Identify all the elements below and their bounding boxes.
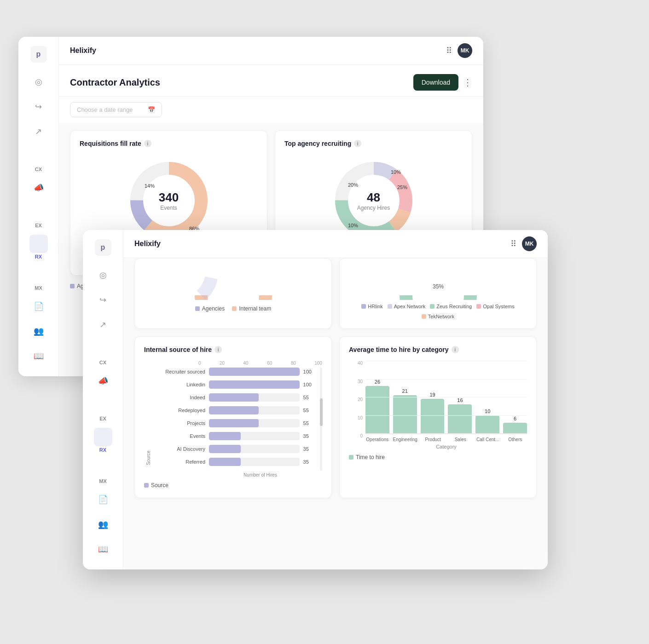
front-agency-bottom-svg: 35% — [392, 263, 484, 300]
sidebar-front-cx[interactable]: CX — [83, 339, 123, 367]
bv-bar-prod — [421, 399, 445, 434]
agency-info-icon[interactable]: i — [354, 140, 361, 147]
y-tick-10: 10 — [349, 415, 363, 420]
source-y-label: Source — [144, 373, 151, 465]
date-range-input-back[interactable]: Choose a date range 📅 — [70, 102, 162, 117]
sidebar-front-analytics[interactable]: ◎ — [83, 264, 123, 286]
bar-label-projects: Projects — [155, 420, 205, 426]
topbar-right-back: ⠿ MK — [446, 43, 472, 58]
agency-center: 48 Agency Hires — [357, 190, 390, 211]
source-info-icon[interactable]: i — [214, 346, 222, 353]
source-scrollbar-thumb[interactable] — [320, 398, 323, 426]
front-internal-dot — [232, 306, 237, 311]
f-book-icon: 📖 — [94, 540, 112, 558]
pct-20: 20% — [348, 182, 358, 188]
main-area-front: Helixify ⠿ MK — [123, 230, 548, 569]
cx-label: cx — [35, 167, 42, 172]
cat-others: Others — [504, 437, 527, 442]
avatar-front[interactable]: MK — [522, 236, 537, 251]
f-rx-icon — [94, 428, 112, 446]
cat-operations: Operations — [365, 437, 389, 442]
avg-time-legend-dot — [349, 455, 353, 460]
front-top-charts: Agencies Internal team 35% — [123, 258, 548, 329]
source-y-label-wrap: Source — [144, 368, 151, 471]
source-chart-wrapper: Source Recruiter sourced 100 — [144, 368, 322, 471]
avg-time-legend: Time to hire — [349, 454, 527, 460]
back-agencies-dot — [70, 284, 75, 288]
sidebar-item-ex[interactable]: EX — [18, 201, 58, 230]
sidebar-front-megaphone[interactable]: 📣 — [83, 370, 123, 392]
calendar-icon-back: 📅 — [148, 106, 155, 113]
fill-rate-info-icon[interactable]: i — [144, 140, 151, 147]
avg-cat-labels: Operations Engineering Product Sales Cal… — [365, 437, 527, 442]
analytics-icon: ◎ — [29, 73, 48, 91]
sidebar-front-book[interactable]: 📖 — [83, 538, 123, 560]
bar-fill-recruiter — [209, 368, 300, 376]
megaphone-icon: 📣 — [29, 178, 48, 197]
front-bottom-charts: Internal source of hire i 0 20 40 60 80 … — [123, 329, 548, 506]
agency-sub: Agency Hires — [357, 205, 390, 211]
rx-icon — [29, 235, 48, 253]
front-agency-bottom: 35% — [349, 263, 527, 300]
sidebar-item-analytics[interactable]: ◎ — [18, 71, 58, 93]
sidebar-item-megaphone[interactable]: 📣 — [18, 177, 58, 199]
y-tick-0: 0 — [349, 433, 363, 438]
fill-rate-title-back: Requisitions fill rate i — [80, 140, 258, 147]
bv-val-sales: 16 — [457, 397, 463, 403]
sidebar-front-mx[interactable]: MX — [83, 457, 123, 486]
sidebar-item-mx[interactable]: MX — [18, 264, 58, 293]
avatar-back[interactable]: MK — [458, 43, 472, 58]
download-button-back[interactable]: Download — [413, 74, 458, 91]
sidebar-item-forward[interactable]: ↪ — [18, 96, 58, 118]
logo-front: p — [95, 239, 111, 256]
bv-bar-sales — [448, 404, 472, 434]
bar-track-ai — [209, 445, 300, 453]
ex-icon — [29, 203, 48, 222]
avg-bars-container: 26 21 19 — [365, 361, 527, 434]
bar-fill-projects — [209, 419, 259, 427]
bar-track-redeployed — [209, 406, 300, 414]
sidebar-front-ex[interactable]: EX — [83, 395, 123, 423]
bv-val-eng: 21 — [402, 388, 408, 394]
grid-icon-front[interactable]: ⠿ — [510, 239, 516, 249]
front-35pct: 35% — [432, 283, 443, 290]
sidebar-front-doc[interactable]: 📄 — [83, 489, 123, 511]
cx-icon — [29, 147, 48, 166]
mx-label: MX — [35, 285, 42, 291]
source-x-axis-label: Number of Hires — [144, 472, 322, 477]
bar-val-projects: 55 — [303, 420, 316, 426]
sidebar-item-trend[interactable]: ↗ — [18, 121, 58, 143]
bar-label-linkedin: Linkedin — [155, 382, 205, 387]
topbar-front: Helixify ⠿ MK — [123, 230, 548, 258]
y-axis-wrap: 40 30 20 10 0 — [349, 361, 363, 438]
sidebar-front-rx[interactable]: RX — [83, 426, 123, 454]
sidebar-item-cx[interactable]: cx — [18, 145, 58, 174]
front-fill-bottom — [144, 263, 322, 300]
front-opal-dot — [476, 304, 481, 309]
sidebar-item-users[interactable]: 👥 — [18, 320, 58, 342]
sidebar-front-forward[interactable]: ↪ — [83, 289, 123, 311]
avg-time-info-icon[interactable]: i — [452, 346, 459, 353]
pct-10b: 10% — [348, 223, 358, 228]
sidebar-front-users[interactable]: 👥 — [83, 513, 123, 535]
source-scrollbar[interactable] — [320, 368, 322, 471]
sidebar-item-book[interactable]: 📖 — [18, 345, 58, 367]
more-options-button-back[interactable]: ⋮ — [463, 77, 472, 88]
topbar-back: Helixify ⠿ MK — [59, 37, 483, 65]
topbar-title-back: Helixify — [70, 46, 96, 55]
front-internal-legend: Internal team — [232, 305, 271, 312]
grid-line-top — [365, 361, 527, 361]
front-apex-dot — [388, 304, 392, 309]
fill-rate-center: 340 Events — [159, 190, 179, 211]
window-front: p ◎ ↪ ↗ CX 📣 EX RX — [83, 230, 548, 569]
front-tek-dot — [422, 314, 426, 319]
rx-label: RX — [35, 254, 42, 259]
sidebar-front-trend[interactable]: ↗ — [83, 314, 123, 336]
agency-title-back: Top agency recruiting i — [284, 140, 463, 147]
sidebar-item-rx[interactable]: RX — [18, 233, 58, 261]
page-title-back: Contractor Analytics — [70, 77, 160, 88]
book-icon: 📖 — [29, 347, 48, 365]
sidebar-item-doc[interactable]: 📄 — [18, 295, 58, 317]
bv-val-ops: 26 — [375, 379, 380, 385]
grid-icon-back[interactable]: ⠿ — [446, 46, 452, 56]
